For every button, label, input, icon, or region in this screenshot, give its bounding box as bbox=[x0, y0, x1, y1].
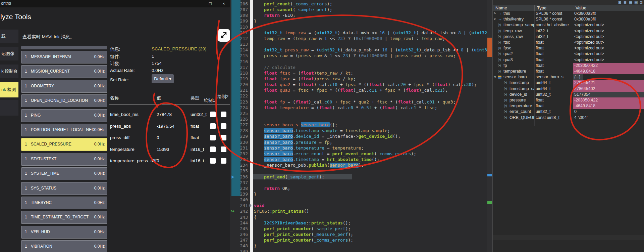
variable-row-this@entry[interactable]: >→this@entrySPL06 * const0x3800a3f0 bbox=[493, 16, 644, 22]
code-line[interactable]: sensor_baro.timestamp = hrt_absolute_tim… bbox=[264, 157, 379, 162]
line-number[interactable]: 206 bbox=[231, 1, 248, 7]
message-row-message_interval[interactable]: 1MESSAGE_INTERVAL0.0Hz bbox=[21, 51, 107, 64]
code-line[interactable]: SPL06::print_status() bbox=[254, 208, 309, 214]
plot2-checkbox[interactable] bbox=[221, 112, 226, 117]
message-row-statustext[interactable]: 1STATUSTEXT0.0Hz bbox=[21, 153, 107, 166]
line-number[interactable]: 232 bbox=[231, 151, 248, 157]
code-line[interactable]: float qua2 = (float)_cal.c10 + fpsc * ((… bbox=[264, 82, 477, 87]
line-number[interactable]: 211 bbox=[231, 30, 248, 36]
line-number[interactable]: 217 bbox=[231, 65, 248, 70]
line-number[interactable]: 221 bbox=[231, 87, 248, 93]
line-number[interactable]: 209 bbox=[231, 18, 248, 24]
line-number[interactable]: 241 bbox=[231, 203, 248, 208]
message-row-mission_current[interactable]: 1MISSION_CURRENT0.0Hz bbox=[21, 65, 107, 78]
variable-row-ftsc[interactable]: (×)ftscfloat<optimized out> bbox=[493, 40, 644, 45]
variable-row-this[interactable]: >→thisSPL06 * const0x3800a3f0 bbox=[493, 11, 644, 16]
variable-row-timestamp_sample[interactable]: (×)timestamp_sampleconst hrt_abstime<opt… bbox=[493, 22, 644, 28]
code-line[interactable]: press_raw = (press_raw & 1 << 23) ? (0xf… bbox=[264, 53, 455, 58]
line-number[interactable]: 208 bbox=[231, 12, 248, 18]
plot2-checkbox[interactable] bbox=[221, 135, 226, 140]
code-line[interactable]: sensor_baro.device_id = _interface->get_… bbox=[264, 133, 400, 139]
code-line[interactable]: float ftsc = (float)temp_raw / kt; bbox=[264, 70, 353, 76]
line-number[interactable]: 218 bbox=[231, 70, 248, 76]
line-number[interactable]: 225 bbox=[231, 111, 248, 116]
code-line[interactable]: perf_print_counter(_measure_perf); bbox=[264, 232, 353, 237]
column-separator[interactable] bbox=[534, 5, 535, 11]
fold-icon[interactable]: ⊖ bbox=[249, 203, 252, 208]
variable-row-sensor_baro[interactable]: ∨sensor_barosensor_baro_s{...} bbox=[493, 74, 644, 80]
message-row-position_target_local_ned[interactable]: 1POSITION_TARGET_LOCAL_NED0.0Hz bbox=[21, 124, 107, 136]
line-number[interactable]: 214 bbox=[231, 47, 248, 53]
plot1-checkbox[interactable] bbox=[210, 112, 216, 117]
code-line[interactable]: perf_print_counter(_comms_errors); bbox=[264, 237, 353, 243]
line-number[interactable]: 231 bbox=[231, 145, 248, 151]
line-number[interactable]: 237 bbox=[231, 180, 248, 185]
variable-row-temperature[interactable]: (×)temperaturefloat-4649.8418 bbox=[493, 103, 644, 109]
variable-row-qua2[interactable]: (×)qua2float<optimized out> bbox=[493, 51, 644, 57]
line-number[interactable]: 240 bbox=[231, 197, 248, 203]
code-line[interactable]: sensor_baro.error_count = perf_event_cou… bbox=[264, 151, 416, 157]
line-number[interactable]: 226 bbox=[231, 116, 248, 122]
overview-ruler[interactable] bbox=[487, 0, 492, 252]
line-number[interactable]: 243 bbox=[231, 214, 248, 220]
code-line[interactable]: sensor_baro.temperature = temperature; bbox=[264, 145, 364, 151]
line-number[interactable]: 215 bbox=[231, 53, 248, 58]
code-line[interactable]: } bbox=[254, 243, 257, 249]
message-row-system_time[interactable]: 1SYSTEM_TIME0.0Hz bbox=[21, 167, 107, 180]
line-number[interactable]: 248 bbox=[231, 243, 248, 249]
ruler-scroll-marker[interactable] bbox=[487, 38, 492, 57]
line-number[interactable]: 213 bbox=[231, 41, 248, 47]
code-line[interactable]: float fp = (float)_cal.c00 + fpsc * qua2… bbox=[264, 99, 455, 105]
variable-row-timestamp[interactable]: (×)timestampuint64_t278645421 bbox=[493, 80, 644, 86]
variable-row-ORB_QUEUE[interactable]: (×)ORB_QUEUEconst uint8_t4 '\004' bbox=[493, 115, 644, 121]
line-number[interactable]: 230 bbox=[231, 139, 248, 145]
code-line[interactable]: { bbox=[254, 214, 257, 220]
code-line[interactable]: sensor_baro.pressure = fp; bbox=[264, 139, 332, 145]
line-number[interactable]: 244 bbox=[231, 220, 248, 226]
code-line[interactable]: I2CSPIDriverBase::print_status(); bbox=[264, 220, 351, 226]
variable-row-fpsc[interactable]: (×)fpscfloat<optimized out> bbox=[493, 45, 644, 51]
popout-window-icon[interactable] bbox=[217, 29, 230, 42]
plot1-checkbox[interactable] bbox=[210, 158, 216, 164]
code-line[interactable]: perf_cancel(_sample_perf); bbox=[264, 7, 332, 12]
line-number[interactable]: 247 bbox=[231, 237, 248, 243]
variable-row-press_raw[interactable]: (×)press_rawint32_t<optimized out> bbox=[493, 34, 644, 40]
message-row-scaled_pressure[interactable]: 1SCALED_PRESSURE0.0Hz bbox=[21, 138, 107, 151]
message-row-odometry[interactable]: 1ODOMETRY0.0Hz bbox=[21, 80, 107, 93]
message-row-vfr_hud[interactable]: 1VFR_HUD0.0Hz bbox=[21, 226, 107, 239]
line-number[interactable]: 238 bbox=[231, 185, 248, 191]
code-line[interactable]: _sensor_baro_pub.publish(sensor_baro); bbox=[264, 162, 364, 168]
code-line[interactable]: int32_t temp_raw = (uint32_t)_data.t_msb… bbox=[264, 30, 487, 36]
line-number[interactable]: 233 bbox=[231, 157, 248, 162]
code-line[interactable]: int32_t press_raw = (uint32_t)_data.p_ms… bbox=[264, 47, 487, 53]
message-row-sys_status[interactable]: 1SYS_STATUS0.0Hz bbox=[21, 182, 107, 195]
line-number[interactable]: 228 bbox=[231, 128, 248, 133]
line-number[interactable]: 229 bbox=[231, 133, 248, 139]
line-number[interactable]: 207 bbox=[231, 7, 248, 12]
message-row-timesync[interactable]: 1TIMESYNC0.0Hz bbox=[21, 197, 107, 209]
code-line[interactable]: sensor_baro.timestamp_sample = timestamp… bbox=[264, 128, 390, 133]
horizontal-scrollbar-track[interactable] bbox=[493, 235, 644, 240]
code-line[interactable]: float fpsc = (float)press_raw / kp; bbox=[264, 76, 356, 82]
message-row-ping[interactable]: 1PING0.0Hz bbox=[21, 109, 107, 122]
line-number[interactable]: 227 bbox=[231, 122, 248, 128]
code-line[interactable]: temp_raw = (temp_raw & 1 << 23) ? (0xff0… bbox=[264, 36, 445, 41]
variable-row-fp[interactable]: (×)fpfloat-203050.422 bbox=[493, 63, 644, 69]
variable-row-error_count[interactable]: (×)error_countuint32_t0 bbox=[493, 109, 644, 115]
code-line[interactable]: perf_print_counter(_sample_perf); bbox=[264, 226, 351, 232]
line-number[interactable]: 224 bbox=[231, 105, 248, 111]
plot2-checkbox[interactable] bbox=[221, 158, 226, 164]
message-row-vibration[interactable]: 1VIBRATION0.0Hz bbox=[21, 240, 107, 252]
code-line[interactable]: float temperature = (float)_cal.c0 * 0.5… bbox=[264, 105, 437, 111]
line-number[interactable]: 216 bbox=[231, 59, 248, 65]
code-line[interactable]: // calculate bbox=[264, 65, 296, 70]
code-line[interactable]: void bbox=[254, 203, 264, 208]
code-line[interactable]: sensor_baro_s sensor_baro{}; bbox=[264, 122, 337, 128]
line-number[interactable]: 249 bbox=[231, 249, 248, 252]
code-line[interactable]: perf_count(_comms_errors); bbox=[264, 1, 332, 7]
code-line[interactable]: } bbox=[254, 191, 257, 197]
plot2-checkbox[interactable] bbox=[221, 123, 226, 129]
variable-row-pressure[interactable]: (×)pressurefloat-203050.422 bbox=[493, 97, 644, 103]
line-number[interactable]: 234 bbox=[231, 162, 248, 168]
line-number[interactable]: 210 bbox=[231, 24, 248, 30]
